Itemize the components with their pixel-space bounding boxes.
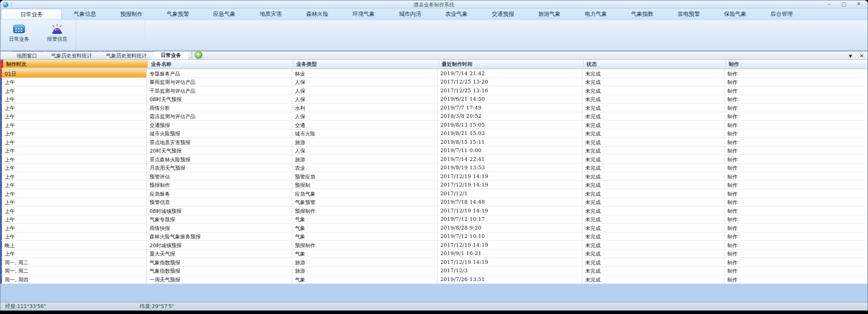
column-header-3[interactable]: 最近制作时间	[439, 60, 584, 68]
calendar-grid-icon	[13, 23, 26, 34]
table-row[interactable]: 上午干旱监测与评估产品人保2017/12/25 13:16未完成制作	[0, 86, 868, 95]
make-link[interactable]: 制作	[724, 103, 868, 112]
alarm-info-button[interactable]: 报警信息	[41, 22, 73, 50]
table-row[interactable]: 周一, 周二气象指数预报旅游2017/12/19 14:19未完成制作	[0, 258, 868, 267]
make-link[interactable]: 制作	[724, 155, 868, 163]
cell-status: 未完成	[582, 172, 724, 180]
cell-time-slot: 上午	[2, 78, 147, 86]
menu-tab-13[interactable]: 气象指数	[619, 9, 666, 19]
make-link[interactable]: 制作	[724, 206, 868, 215]
make-link[interactable]: 制作	[724, 121, 868, 129]
close-button[interactable]: ✕	[855, 1, 863, 7]
table-row[interactable]: 上午暴雨监测与评估产品人保2017/12/25 13:20未完成制作	[0, 78, 868, 87]
make-link[interactable]: 制作	[724, 69, 868, 77]
table-row[interactable]: 上午景点森林火险预报旅游2019/7/14 22:41未完成制作	[0, 155, 868, 164]
make-link[interactable]: 制作	[724, 267, 868, 275]
tab-grip-handle[interactable]	[191, 52, 193, 58]
make-link[interactable]: 制作	[724, 172, 868, 180]
table-row[interactable]: 上午08时天气预报人保2019/6/21 14:50未完成制作	[0, 95, 868, 104]
cell-time-slot: 晚上	[2, 241, 147, 249]
column-header-0[interactable]: 制作时次	[3, 60, 148, 68]
menu-tab-6[interactable]: 森林火险	[294, 9, 340, 19]
menu-tab-4[interactable]: 应急气象	[201, 9, 248, 19]
cell-time-slot: 上午	[2, 164, 147, 172]
ribbon-group-daily: 日常业务	[0, 20, 76, 50]
column-header-2[interactable]: 业务类型	[294, 60, 439, 68]
menu-tab-11[interactable]: 旅游气象	[526, 9, 573, 19]
table-row[interactable]: 上午交通预报交通2019/8/13 15:05未完成制作	[0, 121, 868, 129]
tab-list-dropdown-icon[interactable]: ▼	[849, 53, 852, 59]
doc-tab-3[interactable]: 日常业务	[151, 51, 189, 59]
table-row[interactable]: 上午08时城镇预报预报制作2017/12/19 14:19未完成制作	[0, 206, 868, 215]
cell-status: 未完成	[582, 103, 724, 112]
make-link[interactable]: 制作	[724, 86, 868, 95]
column-header-5[interactable]: 制作	[726, 60, 868, 68]
make-link[interactable]: 制作	[724, 181, 868, 189]
make-link[interactable]: 制作	[724, 232, 868, 241]
column-header-4[interactable]: 状态	[584, 60, 726, 68]
make-link[interactable]: 制作	[724, 164, 868, 172]
cell-business-name: 专题服务产品	[147, 69, 292, 77]
close-tab-icon[interactable]: ✕	[860, 53, 864, 59]
table-row[interactable]: 上午景点地质灾害预报旅游2019/8/15 15:11未完成制作	[0, 138, 868, 147]
table-row[interactable]: 上午雨情分析水利2019/7/7 17:49未完成制作	[0, 103, 868, 112]
doc-tab-0[interactable]: 地图窗口	[7, 51, 45, 59]
table-row[interactable]: 上午森林火险气象服务预报气象2019/7/12 10:10未完成制作	[0, 232, 868, 241]
table-row[interactable]: 上午预报制作预报制2017/12/19 14:19未完成制作	[0, 181, 868, 190]
make-link[interactable]: 制作	[724, 198, 868, 206]
table-row[interactable]: 上午20时天气预报人保2019/7/11 0:00未完成制作	[0, 147, 868, 155]
make-link[interactable]: 制作	[724, 258, 868, 266]
menu-tab-3[interactable]: 气象预警	[155, 9, 201, 19]
table-row[interactable]: 上午气象专题报气象2019/7/12 10:17未完成制作	[0, 215, 868, 224]
table-row[interactable]: 上午重大天气报气象2019/9/1 16:21未完成制作	[0, 250, 868, 258]
maximize-button[interactable]: ▢	[840, 1, 848, 7]
make-link[interactable]: 制作	[724, 112, 868, 121]
doc-tab-1[interactable]: 气象历史资料统计	[41, 51, 100, 59]
table-row[interactable]: 01日专题服务产品林业2019/7/14 21:42未完成制作	[0, 69, 868, 78]
menu-tab-16[interactable]: 后台管理	[758, 9, 805, 19]
table-row[interactable]: 上午月农用天气预报农业2019/8/19 13:53未完成制作	[0, 164, 868, 173]
menu-tab-15[interactable]: 保险气象	[712, 9, 758, 19]
menu-tab-2[interactable]: 预报制作	[108, 9, 155, 19]
cell-status: 未完成	[582, 95, 724, 103]
menu-tab-7[interactable]: 环境气象	[340, 9, 387, 19]
make-link[interactable]: 制作	[724, 275, 868, 283]
menu-tab-8[interactable]: 城市内涝	[387, 9, 433, 19]
cell-last-made-time: 2019/7/14 22:41	[437, 155, 582, 163]
menu-tab-5[interactable]: 地质灾害	[248, 9, 294, 19]
daily-business-button[interactable]: 日常业务	[3, 22, 35, 50]
menu-tab-14[interactable]: 雷电预警	[666, 9, 712, 19]
menu-tab-10[interactable]: 交通预报	[480, 9, 526, 19]
alarm-info-label: 报警信息	[47, 36, 67, 43]
table-row[interactable]: 周一, 周二气象指数预报旅游2017/12/3未完成制作	[0, 267, 868, 276]
table-row[interactable]: 上午应急服务应急气象2017/12/1未完成制作	[0, 189, 868, 198]
table-row[interactable]: 上午预警评估预警应急2017/12/19 14:19未完成制作	[0, 172, 868, 181]
menu-tab-12[interactable]: 电力气象	[573, 9, 619, 19]
make-link[interactable]: 制作	[724, 189, 868, 198]
table-row[interactable]: 上午城市火险预报城市火险2019/8/21 15:03未完成制作	[0, 129, 868, 138]
make-link[interactable]: 制作	[724, 95, 868, 103]
make-link[interactable]: 制作	[724, 215, 868, 224]
make-link[interactable]: 制作	[724, 147, 868, 155]
minimize-button[interactable]: –	[825, 1, 833, 7]
menu-tab-0[interactable]: 日常业务	[1, 9, 62, 19]
cell-time-slot: 周一, 周二	[2, 267, 147, 275]
doc-tab-2[interactable]: 气象历史资料统计	[96, 51, 155, 59]
table-row[interactable]: 晚上20时城镇预报预报制作2017/12/19 14:19未完成制作	[0, 241, 868, 250]
table-row[interactable]: 上午霜冻监测与评估产品人保2018/3/8 20:52未完成制作	[0, 112, 868, 121]
cell-business-type: 应急气象	[292, 189, 437, 198]
table-row[interactable]: 上午雨情快报气象2019/8/28 9:20未完成制作	[0, 224, 868, 232]
menu-tab-9[interactable]: 农业气象	[433, 9, 480, 19]
make-link[interactable]: 制作	[724, 241, 868, 249]
make-link[interactable]: 制作	[724, 129, 868, 138]
add-tab-button[interactable]: +	[195, 51, 202, 59]
column-header-1[interactable]: 业务名称	[148, 60, 294, 68]
make-link[interactable]: 制作	[724, 138, 868, 146]
make-link[interactable]: 制作	[724, 78, 868, 86]
table-row[interactable]: 周一, 周四一周天气预报气象2019/7/26 13:51未完成制作	[0, 275, 868, 284]
table-row[interactable]: 上午预警信息气象预警2019/7/18 14:48未完成制作	[0, 198, 868, 207]
make-link[interactable]: 制作	[724, 224, 868, 232]
make-link[interactable]: 制作	[724, 250, 868, 258]
menu-tab-1[interactable]: 气象信息	[62, 9, 108, 19]
empty-selection-band[interactable]	[0, 284, 868, 302]
